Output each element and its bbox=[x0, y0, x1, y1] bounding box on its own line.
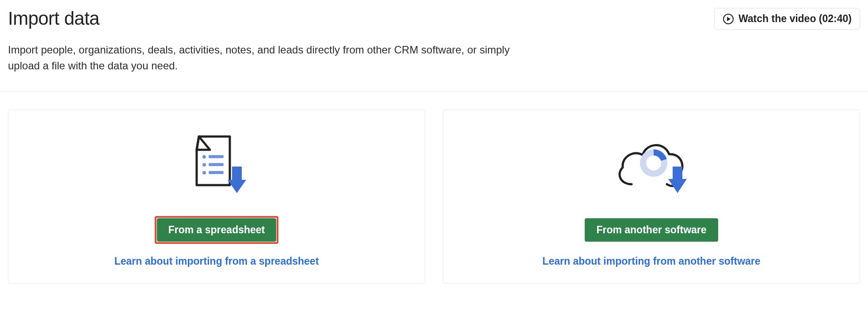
card-from-spreadsheet[interactable]: From a spreadsheet Learn about importing… bbox=[8, 110, 425, 284]
intro-text: Import people, organizations, deals, act… bbox=[8, 42, 521, 74]
spreadsheet-file-icon bbox=[172, 132, 261, 198]
section-divider bbox=[0, 91, 868, 92]
svg-rect-4 bbox=[209, 163, 224, 166]
page-title: Import data bbox=[8, 8, 99, 29]
play-icon bbox=[723, 13, 734, 25]
svg-rect-2 bbox=[209, 155, 224, 158]
svg-rect-6 bbox=[209, 171, 224, 174]
svg-rect-9 bbox=[673, 167, 682, 179]
highlight-outline: From a spreadsheet bbox=[155, 216, 279, 244]
from-spreadsheet-button[interactable]: From a spreadsheet bbox=[157, 218, 277, 242]
learn-spreadsheet-link[interactable]: Learn about importing from a spreadsheet bbox=[114, 255, 319, 267]
svg-point-3 bbox=[202, 163, 206, 167]
svg-rect-7 bbox=[232, 167, 242, 180]
watch-video-button[interactable]: Watch the video (02:40) bbox=[714, 8, 860, 30]
learn-software-link[interactable]: Learn about importing from another softw… bbox=[542, 255, 760, 267]
svg-point-5 bbox=[202, 171, 206, 175]
button-wrap: From another software bbox=[582, 216, 720, 244]
svg-point-1 bbox=[202, 155, 206, 159]
import-options-row: From a spreadsheet Learn about importing… bbox=[8, 110, 860, 284]
cloud-software-icon bbox=[607, 132, 696, 198]
from-software-button[interactable]: From another software bbox=[585, 218, 718, 242]
card-from-software[interactable]: From another software Learn about import… bbox=[443, 110, 860, 284]
watch-video-label: Watch the video (02:40) bbox=[739, 13, 852, 25]
